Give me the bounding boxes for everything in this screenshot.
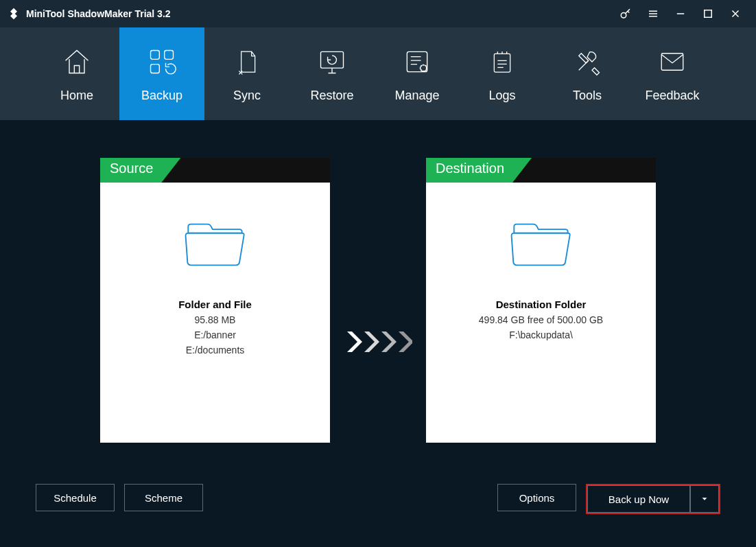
source-title: Folder and File [178, 299, 252, 310]
folder-icon [508, 220, 574, 271]
nav-feedback[interactable]: Feedback [630, 27, 715, 120]
source-card[interactable]: Source Folder and File 95.88 MB E:/banne… [100, 158, 330, 443]
destination-tab-label: Destination [426, 158, 532, 183]
svg-rect-5 [321, 51, 344, 68]
svg-rect-9 [661, 53, 683, 70]
feedback-icon [656, 45, 689, 78]
destination-free: 499.84 GB free of 500.00 GB [479, 314, 603, 325]
scheme-button[interactable]: Scheme [124, 484, 203, 511]
destination-card[interactable]: Destination Destination Folder 499.84 GB… [426, 158, 656, 443]
destination-path: F:\backupdata\ [509, 329, 573, 340]
nav-label: Feedback [645, 89, 699, 103]
app-logo-icon [7, 7, 21, 21]
titlebar: MiniTool ShadowMaker Trial 3.2 [0, 0, 756, 27]
nav-label: Logs [488, 89, 515, 103]
folder-icon [182, 220, 248, 271]
sync-icon [231, 45, 263, 78]
logs-icon [486, 45, 519, 78]
source-path-1: E:/banner [194, 329, 236, 340]
nav-home[interactable]: Home [34, 27, 119, 120]
key-icon[interactable] [612, 0, 639, 27]
source-size: 95.88 MB [195, 314, 236, 325]
svg-rect-4 [151, 64, 160, 73]
close-icon[interactable] [722, 0, 749, 27]
chevron-down-icon [700, 494, 709, 504]
source-path-2: E:/documents [186, 345, 245, 356]
nav-label: Backup [141, 89, 182, 103]
main-nav: Home Backup Sync Restore Manage Logs T [0, 27, 756, 120]
restore-icon [316, 45, 349, 78]
nav-backup[interactable]: Backup [119, 27, 204, 120]
schedule-button[interactable]: Schedule [36, 484, 115, 511]
nav-restore[interactable]: Restore [290, 27, 375, 120]
nav-label: Tools [573, 89, 602, 103]
nav-sync[interactable]: Sync [204, 27, 290, 120]
maximize-icon[interactable] [694, 0, 722, 27]
nav-label: Sync [233, 89, 261, 103]
svg-rect-8 [494, 54, 510, 72]
transfer-arrows-icon [344, 328, 412, 356]
app-title: MiniTool ShadowMaker Trial 3.2 [26, 8, 171, 19]
svg-rect-6 [407, 51, 427, 71]
menu-icon[interactable] [639, 0, 667, 27]
home-icon [60, 45, 93, 78]
nav-label: Home [60, 89, 93, 103]
backup-now-button[interactable]: Back up Now [587, 485, 690, 513]
backup-icon [145, 45, 178, 78]
svg-rect-1 [705, 10, 712, 18]
nav-manage[interactable]: Manage [375, 27, 460, 120]
source-tab-label: Source [100, 158, 180, 183]
manage-icon [401, 45, 434, 78]
svg-rect-3 [165, 50, 174, 59]
minimize-icon[interactable] [667, 0, 694, 27]
nav-label: Restore [310, 89, 353, 103]
svg-rect-2 [151, 50, 160, 59]
nav-logs[interactable]: Logs [460, 27, 545, 120]
destination-title: Destination Folder [496, 299, 587, 310]
content-area: Source Folder and File 95.88 MB E:/banne… [0, 120, 756, 484]
backup-button-group: Back up Now [586, 484, 720, 514]
source-header: Source [100, 158, 330, 183]
footer: Schedule Scheme Options Back up Now [0, 484, 756, 547]
destination-header: Destination [426, 158, 656, 183]
nav-tools[interactable]: Tools [545, 27, 630, 120]
tools-icon [571, 45, 604, 78]
nav-label: Manage [394, 89, 439, 103]
backup-dropdown-button[interactable] [690, 485, 719, 513]
options-button[interactable]: Options [497, 484, 576, 511]
